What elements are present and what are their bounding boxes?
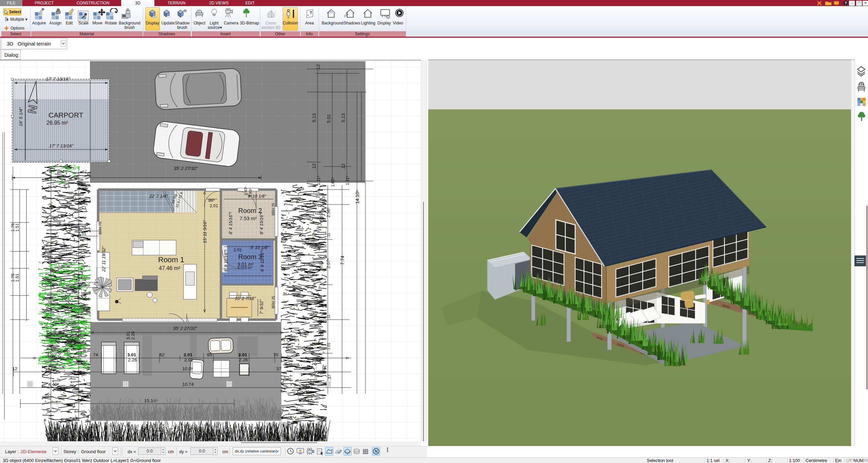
svg-text:1.51: 1.51 [15, 224, 20, 232]
svg-text:10.0⁵: 10.0⁵ [182, 366, 193, 371]
svg-text:65: 65 [207, 352, 212, 357]
svg-text:N: N [375, 449, 378, 454]
svg-text:3.01: 3.01 [126, 332, 131, 340]
svg-text:2.01: 2.01 [210, 203, 218, 208]
svg-text:12: 12 [12, 366, 17, 371]
svg-text:2.01: 2.01 [184, 357, 193, 362]
svg-text:1.11⁵: 1.11⁵ [345, 176, 350, 185]
svg-text:BRH 75: BRH 75 [98, 222, 102, 234]
svg-text:.12: .12 [316, 64, 321, 71]
svg-text:2.07⁵: 2.07⁵ [326, 258, 331, 268]
svg-text:6' 9 11/16"⁵: 6' 9 11/16"⁵ [223, 249, 228, 272]
svg-text:8' 4 15/16"⁵: 8' 4 15/16"⁵ [259, 212, 264, 234]
svg-text:2.26: 2.26 [239, 357, 248, 362]
svg-text:1.60⁵: 1.60⁵ [331, 177, 335, 187]
svg-text:10' 2 7/16": 10' 2 7/16" [235, 296, 256, 301]
svg-text:2.56⁵: 2.56⁵ [326, 207, 331, 217]
svg-text:.11: .11 [326, 233, 331, 238]
svg-text:CARPORT: CARPORT [49, 111, 83, 119]
svg-text:15.14⁵: 15.14⁵ [144, 398, 157, 403]
svg-text:?: ? [845, 1, 847, 5]
svg-text:Room 3: Room 3 [238, 253, 262, 261]
svg-text:6.010 m²: 6.010 m² [238, 266, 252, 270]
svg-text:8' 4 15/16"⁵: 8' 4 15/16"⁵ [228, 212, 233, 234]
svg-text:9' 10 1/8": 9' 10 1/8" [250, 245, 269, 250]
svg-text:3.01: 3.01 [238, 352, 247, 357]
svg-text:Room 2: Room 2 [238, 207, 262, 214]
svg-text:5.13: 5.13 [341, 113, 346, 122]
svg-text:5.01: 5.01 [326, 114, 331, 123]
svg-text:BRH 35: BRH 35 [271, 203, 275, 215]
svg-text:47.46 m²: 47.46 m² [159, 265, 181, 271]
svg-text:2.26: 2.26 [319, 210, 323, 217]
svg-text:.12: .12 [341, 163, 346, 170]
svg-text:74: 74 [93, 352, 98, 357]
svg-text:37: 37 [276, 366, 281, 371]
svg-text:17' 7 13/16": 17' 7 13/16" [46, 76, 70, 82]
svg-text:2.01: 2.01 [233, 248, 242, 252]
svg-text:5.13: 5.13 [312, 113, 317, 122]
svg-text:1.43⁵: 1.43⁵ [244, 186, 248, 195]
svg-text:2.01: 2.01 [184, 352, 193, 357]
svg-text:3.01: 3.01 [127, 352, 136, 357]
svg-text:7.74: 7.74 [340, 256, 345, 265]
svg-text:22' 7 1/4": 22' 7 1/4" [149, 194, 168, 199]
svg-text:6' 9 11/16"⁵: 6' 9 11/16"⁵ [260, 249, 265, 272]
svg-text:1.51: 1.51 [15, 274, 20, 282]
svg-text:22' 11 19/32": 22' 11 19/32" [101, 246, 106, 272]
svg-text:62: 62 [159, 352, 165, 357]
svg-text:2.26: 2.26 [131, 332, 135, 340]
svg-text:BRH 35: BRH 35 [271, 296, 275, 308]
svg-text:.37: .37 [327, 375, 332, 380]
svg-text:Room 1: Room 1 [158, 255, 184, 264]
svg-text:7.53 m²: 7.53 m² [240, 215, 257, 221]
svg-text:2.26: 2.26 [128, 357, 137, 362]
svg-text:17' 7 13/16": 17' 7 13/16" [49, 143, 74, 148]
svg-text:2.93⁵: 2.93⁵ [248, 188, 252, 197]
svg-text:.11: .11 [326, 315, 331, 319]
svg-text:?: ? [309, 10, 312, 15]
svg-text:88⁵: 88⁵ [208, 198, 215, 203]
svg-text:.12: .12 [312, 163, 317, 170]
svg-text:26.95 m²: 26.95 m² [46, 120, 68, 126]
svg-text:1.11⁵: 1.11⁵ [316, 176, 321, 185]
svg-text:1.76: 1.76 [11, 274, 15, 282]
svg-text:16' 5 1/4": 16' 5 1/4" [18, 107, 23, 126]
svg-text:1.76: 1.76 [11, 224, 15, 232]
svg-text:70: 70 [273, 352, 278, 357]
svg-text:35' 2 27/32": 35' 2 27/32" [174, 166, 198, 171]
svg-text:14.10⁵: 14.10⁵ [355, 190, 360, 204]
svg-text:7' 9/32": 7' 9/32" [259, 299, 264, 314]
svg-text:10.74: 10.74 [182, 382, 194, 387]
svg-text:1.01: 1.01 [326, 343, 331, 350]
svg-text:35' 2 27/32": 35' 2 27/32" [173, 326, 197, 331]
